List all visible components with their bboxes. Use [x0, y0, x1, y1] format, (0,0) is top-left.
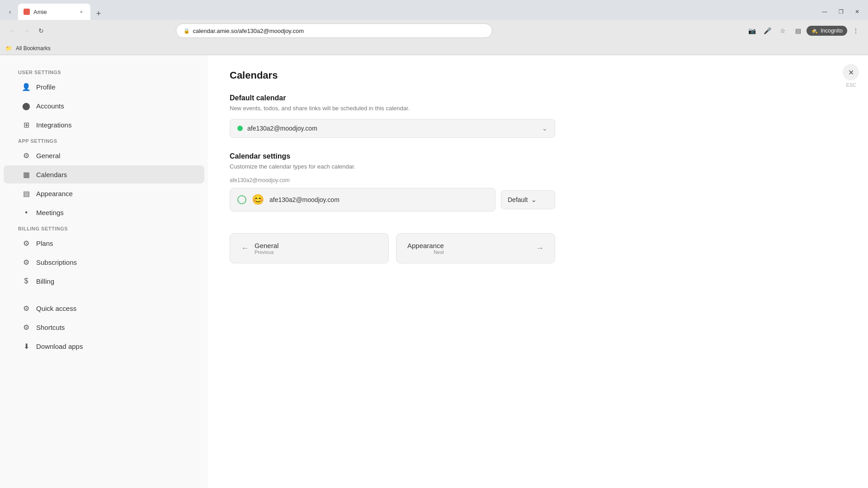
nav-prev-label: General: [255, 242, 278, 249]
tab-back-button[interactable]: ‹: [4, 5, 16, 18]
calendar-avatar-emoji: 😊: [252, 194, 264, 206]
sidebar-item-subscriptions[interactable]: ⚙ Subscriptions: [4, 253, 204, 271]
calendar-account-label: afe130a2@moodjoy.com: [230, 177, 846, 183]
tab-title: Amie: [33, 9, 74, 15]
browser-chrome: ‹ Amie × + — ❐ ✕ ← → ↻ 🔒 calendar.amie.s…: [0, 0, 868, 55]
quick-access-icon: ⚙: [22, 304, 31, 313]
integrations-icon: ⊞: [22, 120, 31, 129]
sidebar-item-calendars-label: Calendars: [36, 171, 67, 178]
sidebar-item-general[interactable]: ⚙ General: [4, 146, 204, 164]
nav-footer: ← General Previous Appearance Next →: [230, 233, 555, 263]
subscriptions-icon: ⚙: [22, 258, 31, 267]
calendar-row: 😊 afe130a2@moodjoy.com Default ⌄: [230, 188, 555, 211]
sidebar-item-billing[interactable]: $ Billing: [4, 272, 204, 290]
profile-icon: 👤: [22, 82, 31, 91]
sidebar-item-appearance-label: Appearance: [36, 190, 73, 197]
active-tab[interactable]: Amie ×: [18, 4, 90, 20]
tab-favicon: [24, 9, 30, 15]
general-icon: ⚙: [22, 151, 31, 160]
calendar-type-dropdown[interactable]: Default ⌄: [501, 190, 555, 209]
calendar-settings-heading: Calendar settings: [230, 152, 846, 160]
default-calendar-dropdown[interactable]: afe130a2@moodjoy.com ⌄: [230, 119, 555, 138]
nav-next-label: Appearance: [407, 242, 444, 249]
dropdown-selected-value: afe130a2@moodjoy.com: [247, 125, 317, 132]
app-content: User Settings 👤 Profile ⬤ Accounts ⊞ Int…: [0, 55, 868, 488]
sidebar-item-quick-access[interactable]: ⚙ Quick access: [4, 299, 204, 317]
sidebar-item-plans[interactable]: ⚙ Plans: [4, 234, 204, 252]
sidebar-item-accounts-label: Accounts: [36, 102, 64, 110]
new-tab-button[interactable]: +: [92, 7, 105, 20]
maximize-button[interactable]: ❐: [834, 5, 848, 19]
sidebar-item-download-apps-label: Download apps: [36, 343, 83, 350]
sidebar-item-shortcuts-label: Shortcuts: [36, 324, 65, 331]
back-button[interactable]: ←: [5, 24, 19, 38]
sidebar-toggle-button[interactable]: ▤: [791, 24, 805, 38]
calendar-email: afe130a2@moodjoy.com: [269, 196, 340, 203]
reload-button[interactable]: ↻: [34, 24, 48, 38]
plans-icon: ⚙: [22, 239, 31, 248]
page-title: Calendars: [230, 70, 846, 81]
lock-icon: 🔒: [184, 28, 190, 34]
camera-off-icon[interactable]: 📷: [745, 24, 759, 38]
sidebar-item-integrations-label: Integrations: [36, 121, 71, 129]
bookmarks-folder-icon: 📁: [5, 45, 12, 52]
default-calendar-section: Default calendar New events, todos, and …: [230, 94, 846, 138]
green-dot-indicator: [237, 126, 243, 131]
default-calendar-description: New events, todos, and share links will …: [230, 105, 846, 112]
nav-prev-card[interactable]: ← General Previous: [230, 233, 389, 263]
forward-button[interactable]: →: [20, 24, 33, 38]
accounts-icon: ⬤: [22, 101, 31, 110]
nav-next-direction: Next: [407, 249, 444, 255]
bookmarks-bar: 📁 All Bookmarks: [0, 42, 868, 55]
sidebar-item-quick-access-label: Quick access: [36, 305, 76, 312]
sidebar-item-meetings[interactable]: ▪ Meetings: [4, 203, 204, 221]
incognito-badge: 🕵 Incognito: [807, 26, 847, 36]
sidebar-item-meetings-label: Meetings: [36, 209, 64, 216]
close-window-button[interactable]: ✕: [850, 5, 864, 19]
esc-label: ESC: [846, 82, 856, 88]
app-settings-label: App Settings: [0, 135, 208, 145]
sidebar-item-plans-label: Plans: [36, 239, 53, 247]
sidebar-item-calendars[interactable]: ▦ Calendars: [4, 165, 204, 183]
more-options-button[interactable]: ⋮: [849, 24, 863, 38]
incognito-icon: 🕵: [811, 28, 818, 34]
sidebar-item-general-label: General: [36, 152, 60, 160]
address-text: calendar.amie.so/afe130a2@moodjoy.com: [193, 28, 304, 34]
sidebar-item-download-apps[interactable]: ⬇ Download apps: [4, 337, 204, 355]
billing-settings-label: Billing Settings: [0, 222, 208, 233]
sidebar-item-subscriptions-label: Subscriptions: [36, 258, 77, 266]
minimize-button[interactable]: —: [817, 5, 832, 19]
tab-close-button[interactable]: ×: [78, 8, 85, 15]
calendar-info-box: 😊 afe130a2@moodjoy.com: [230, 188, 495, 211]
bookmark-icon[interactable]: ☆: [776, 24, 789, 38]
download-apps-icon: ⬇: [22, 342, 31, 351]
incognito-label: Incognito: [821, 28, 843, 34]
user-settings-label: User Settings: [0, 66, 208, 77]
sidebar-item-shortcuts[interactable]: ⚙ Shortcuts: [4, 318, 204, 336]
sidebar-item-billing-label: Billing: [36, 277, 54, 285]
appearance-icon: ▤: [22, 189, 31, 198]
shortcuts-icon: ⚙: [22, 323, 31, 332]
sidebar-item-profile[interactable]: 👤 Profile: [4, 78, 204, 96]
nav-next-card[interactable]: Appearance Next →: [396, 233, 555, 263]
calendar-circle-indicator: [237, 195, 246, 204]
sidebar-item-integrations[interactable]: ⊞ Integrations: [4, 116, 204, 134]
sidebar: User Settings 👤 Profile ⬤ Accounts ⊞ Int…: [0, 55, 208, 488]
next-arrow-icon: →: [536, 244, 544, 253]
nav-prev-direction: Previous: [255, 249, 278, 255]
sidebar-item-profile-label: Profile: [36, 83, 56, 91]
calendar-settings-section: Calendar settings Customize the calendar…: [230, 152, 846, 211]
calendar-settings-description: Customize the calendar types for each ca…: [230, 163, 846, 170]
dropdown-left: afe130a2@moodjoy.com: [237, 125, 317, 132]
sidebar-item-appearance[interactable]: ▤ Appearance: [4, 184, 204, 202]
billing-icon: $: [22, 277, 31, 286]
close-settings-button[interactable]: ✕: [843, 64, 859, 80]
default-calendar-heading: Default calendar: [230, 94, 846, 102]
meetings-icon: ▪: [22, 208, 31, 217]
sidebar-item-accounts[interactable]: ⬤ Accounts: [4, 97, 204, 115]
nav-prev-text: General Previous: [255, 242, 278, 255]
mic-off-icon[interactable]: 🎤: [760, 24, 774, 38]
nav-next-text: Appearance Next: [407, 242, 444, 255]
address-bar[interactable]: 🔒 calendar.amie.so/afe130a2@moodjoy.com: [176, 23, 492, 38]
calendar-type-label: Default: [508, 196, 528, 203]
